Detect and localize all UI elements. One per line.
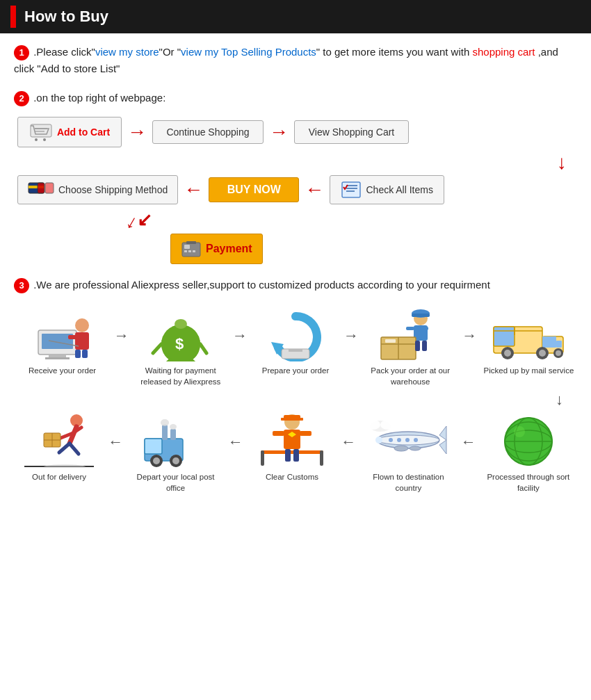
svg-rect-43 — [412, 314, 430, 317]
continue-shopping-btn[interactable]: Continue Shopping — [152, 120, 264, 144]
proc-payment-wait: $ Waiting for payment released by Aliexp… — [136, 306, 226, 387]
svg-rect-14 — [184, 245, 190, 249]
payment-btn[interactable]: Payment — [170, 234, 263, 264]
add-to-cart-btn[interactable]: Add to Cart — [17, 117, 122, 147]
svg-rect-28 — [82, 350, 88, 358]
link-shopping-cart[interactable]: shopping cart — [472, 46, 535, 58]
page-header: How to Buy — [0, 0, 591, 33]
proc-arrow-r1: ← — [108, 433, 123, 451]
header-accent — [10, 6, 16, 28]
proc-pickup-label: Picked up by mail service — [484, 365, 574, 376]
svg-text:$: $ — [175, 335, 184, 352]
check-items-btn[interactable]: Check All Items — [330, 175, 444, 204]
svg-rect-79 — [162, 425, 168, 440]
svg-line-71 — [70, 443, 79, 454]
svg-rect-57 — [556, 341, 562, 348]
svg-rect-46 — [420, 327, 428, 330]
svg-rect-7 — [38, 183, 44, 193]
arrow-left-1: ← — [184, 179, 203, 201]
svg-point-3 — [35, 138, 38, 141]
proc-receive-label: Receive your order — [29, 365, 96, 376]
proc-post-office: Depart your local post office — [131, 412, 221, 494]
checklist-icon — [341, 181, 362, 198]
svg-rect-78 — [145, 439, 162, 454]
svg-point-23 — [75, 318, 89, 332]
proc-delivery: Out for delivery — [17, 412, 101, 482]
choose-shipping-btn[interactable]: Choose Shipping Method — [17, 175, 178, 204]
svg-line-35 — [200, 344, 207, 353]
credit-card-icon — [28, 181, 54, 198]
svg-point-104 — [414, 438, 418, 442]
svg-rect-24 — [75, 332, 89, 350]
proc-customs-label: Clear Customs — [266, 471, 318, 482]
svg-rect-98 — [293, 449, 299, 462]
svg-rect-27 — [75, 350, 81, 358]
step3-text: 3 .We are professional Aliexpress seller… — [14, 277, 577, 293]
svg-point-109 — [410, 446, 421, 450]
process-row1: Receive your order → $ Waiting for payme… — [14, 306, 577, 387]
step3-block: 3 .We are professional Aliexpress seller… — [14, 277, 577, 293]
proc-arrow-r4: ← — [461, 433, 476, 451]
page-title: How to Buy — [24, 8, 108, 26]
arrow-left-2: ← — [305, 179, 324, 201]
svg-point-101 — [389, 438, 393, 442]
svg-point-82 — [170, 424, 177, 430]
step1-text: 1 .Please click"view my store"Or "view m… — [14, 44, 577, 77]
flow-row3: Payment — [170, 234, 263, 264]
arrow-diag2: ↙ — [137, 209, 152, 231]
post-office-icon — [141, 412, 211, 468]
proc-payment-wait-label: Waiting for payment released by Aliexpre… — [136, 365, 226, 387]
proc-sort: Processed through sort facility — [483, 412, 574, 494]
svg-rect-56 — [542, 336, 556, 348]
svg-rect-17 — [193, 250, 195, 252]
proc-down-arrow: ↓ — [14, 391, 577, 409]
step1-block: 1 .Please click"view my store"Or "view m… — [14, 44, 577, 77]
svg-rect-52 — [422, 341, 427, 351]
flow-diagram: Add to Cart → Continue Shopping → View S… — [17, 117, 574, 264]
customs-icon — [257, 412, 327, 468]
svg-point-81 — [161, 419, 169, 426]
proc-arrow-r2: ← — [228, 433, 243, 451]
pack-order-icon — [375, 306, 445, 361]
svg-rect-18 — [186, 241, 196, 244]
proc-flight: Flown to destination country — [363, 412, 453, 494]
proc-prepare: Prepare your order — [254, 306, 337, 376]
view-cart-btn[interactable]: View Shopping Cart — [294, 120, 409, 144]
link-view-store[interactable]: view my store — [95, 46, 159, 58]
svg-marker-105 — [439, 426, 446, 440]
svg-line-37 — [191, 360, 197, 361]
svg-rect-96 — [320, 450, 323, 466]
proc-post-label: Depart your local post office — [131, 471, 221, 494]
svg-point-59 — [504, 350, 511, 357]
svg-rect-8 — [45, 183, 54, 193]
svg-point-61 — [539, 350, 546, 357]
step1-number: 1 — [14, 45, 29, 60]
arrow-right-2: → — [269, 121, 289, 143]
proc-customs: Clear Customs — [250, 412, 334, 482]
svg-line-36 — [165, 360, 170, 361]
proc-arrow-r3: ← — [341, 433, 356, 451]
main-content: 1 .Please click"view my store"Or "view m… — [0, 33, 591, 514]
proc-arrow-3: → — [343, 327, 359, 345]
svg-rect-45 — [406, 327, 414, 330]
proc-arrow-1: → — [114, 327, 129, 345]
svg-point-108 — [394, 446, 408, 451]
arrow-down-1: ↓ — [557, 152, 567, 174]
svg-rect-25 — [68, 335, 76, 339]
flight-icon — [366, 412, 450, 468]
step2-number: 2 — [14, 91, 29, 106]
svg-point-111 — [366, 420, 380, 430]
proc-down-arrow-icon: ↓ — [556, 391, 563, 409]
svg-point-102 — [397, 438, 401, 442]
svg-rect-21 — [49, 355, 66, 357]
svg-rect-50 — [385, 339, 396, 343]
proc-pack: Pack your order at our warehouse — [365, 306, 455, 387]
svg-rect-40 — [289, 349, 302, 352]
buy-now-btn[interactable]: BUY NOW — [209, 177, 299, 202]
link-top-selling[interactable]: view my Top Selling Products — [181, 46, 316, 58]
svg-rect-94 — [261, 450, 323, 454]
svg-point-107 — [375, 437, 382, 443]
step3-number: 3 — [14, 278, 29, 293]
prepare-order-icon — [264, 306, 327, 361]
process-row2: Out for delivery ← Depart your lo — [14, 412, 577, 494]
